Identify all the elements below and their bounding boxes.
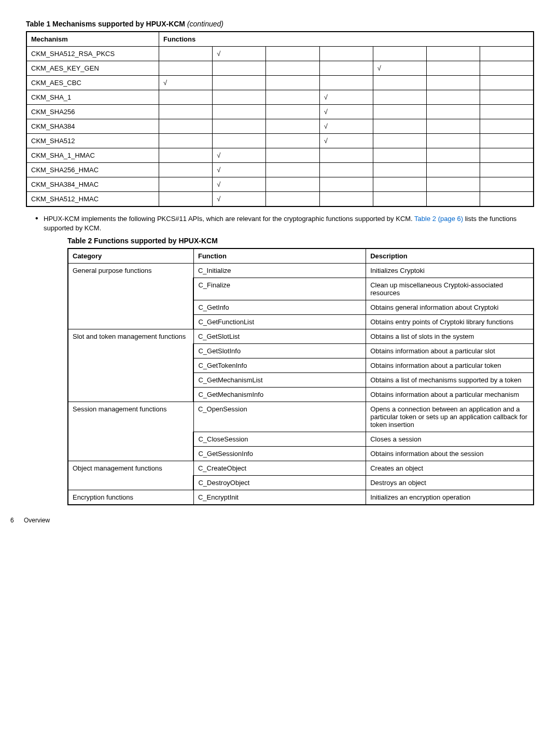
function-cell [159, 192, 213, 207]
function-cell [159, 119, 213, 134]
function-name-cell: C_GetMechanismInfo [193, 388, 366, 402]
function-name-cell: C_CreateObject [193, 461, 366, 476]
table2-link[interactable]: Table 2 (page 6) [414, 215, 463, 223]
function-cell [213, 134, 266, 148]
function-cell [266, 105, 319, 119]
category-cell: Slot and token management functions [68, 329, 193, 402]
table2-header-category: Category [68, 248, 193, 264]
function-cell [159, 47, 213, 61]
function-desc-cell: Closes a session [366, 432, 534, 447]
function-cell [373, 105, 426, 119]
mechanism-cell: CKM_SHA_1_HMAC [26, 148, 159, 163]
function-cell [427, 61, 480, 76]
function-cell: √ [159, 76, 213, 90]
function-cell [213, 61, 266, 76]
function-cell [480, 148, 534, 163]
bullet-text: HPUX-KCM implements the following PKCS#1… [44, 214, 534, 232]
section-name: Overview [24, 517, 50, 524]
function-cell [480, 177, 534, 192]
function-cell: √ [373, 61, 426, 76]
function-cell [480, 163, 534, 177]
table1-caption: Table 1 Mechanisms supported by HPUX-KCM… [26, 20, 534, 28]
function-cell: √ [213, 192, 266, 207]
function-cell [266, 134, 319, 148]
function-cell [159, 105, 213, 119]
table2-caption: Table 2 Functions supported by HPUX-KCM [67, 237, 534, 245]
function-cell [427, 192, 480, 207]
function-name-cell: C_Initialize [193, 264, 366, 278]
category-cell: Session management functions [68, 402, 193, 461]
function-cell [427, 90, 480, 105]
function-cell [213, 105, 266, 119]
function-cell [266, 192, 319, 207]
function-cell [319, 148, 373, 163]
function-name-cell: C_EncryptInit [193, 490, 366, 505]
function-desc-cell: Obtains general information about Crypto… [366, 300, 534, 315]
function-cell [159, 90, 213, 105]
mechanism-cell: CKM_SHA_1 [26, 90, 159, 105]
function-cell [319, 163, 373, 177]
function-desc-cell: Obtains entry points of Cryptoki library… [366, 315, 534, 329]
function-cell [373, 119, 426, 134]
function-name-cell: C_DestroyObject [193, 476, 366, 490]
function-cell [427, 47, 480, 61]
function-cell [159, 148, 213, 163]
function-cell [373, 163, 426, 177]
category-cell: Encryption functions [68, 490, 193, 505]
mechanism-cell: CKM_AES_KEY_GEN [26, 61, 159, 76]
function-cell [480, 76, 534, 90]
function-cell [427, 163, 480, 177]
function-cell [373, 76, 426, 90]
function-name-cell: C_GetSessionInfo [193, 447, 366, 461]
function-desc-cell: Initializes Cryptoki [366, 264, 534, 278]
table-row: CKM_SHA512_RSA_PKCS√ [26, 47, 534, 61]
function-desc-cell: Creates an object [366, 461, 534, 476]
function-cell [319, 61, 373, 76]
function-cell [373, 90, 426, 105]
table-row: Encryption functionsC_EncryptInitInitial… [68, 490, 534, 505]
function-cell [266, 47, 319, 61]
mechanism-cell: CKM_SHA512_RSA_PKCS [26, 47, 159, 61]
table1-header-functions: Functions [159, 32, 534, 47]
function-cell: √ [213, 148, 266, 163]
function-desc-cell: Initializes an encryption operation [366, 490, 534, 505]
bullet-part1: HPUX-KCM implements the following PKCS#1… [44, 215, 414, 223]
function-cell: √ [213, 47, 266, 61]
function-desc-cell: Obtains a list of slots in the system [366, 329, 534, 344]
table-row: CKM_SHA256_HMAC√ [26, 163, 534, 177]
mechanism-cell: CKM_SHA512 [26, 134, 159, 148]
function-cell [266, 90, 319, 105]
function-cell [373, 134, 426, 148]
table-row: Session management functionsC_OpenSessio… [68, 402, 534, 432]
mechanism-cell: CKM_SHA512_HMAC [26, 192, 159, 207]
function-name-cell: C_GetFunctionList [193, 315, 366, 329]
category-cell: Object management functions [68, 461, 193, 490]
mechanism-cell: CKM_SHA256_HMAC [26, 163, 159, 177]
function-desc-cell: Obtains information about a particular t… [366, 358, 534, 373]
function-cell [266, 163, 319, 177]
function-name-cell: C_GetSlotInfo [193, 344, 366, 358]
function-cell [480, 134, 534, 148]
function-cell: √ [319, 105, 373, 119]
function-cell [266, 76, 319, 90]
api-bullet: • HPUX-KCM implements the following PKCS… [35, 214, 534, 232]
table-row: General purpose functionsC_InitializeIni… [68, 264, 534, 278]
table1-header-mechanism: Mechanism [26, 32, 159, 47]
function-cell [427, 177, 480, 192]
function-desc-cell: Opens a connection between an applicatio… [366, 402, 534, 432]
table-row: CKM_SHA_1_HMAC√ [26, 148, 534, 163]
function-cell [427, 134, 480, 148]
function-cell [266, 148, 319, 163]
function-cell [213, 90, 266, 105]
function-cell [159, 134, 213, 148]
table-row: CKM_SHA512_HMAC√ [26, 192, 534, 207]
function-cell: √ [213, 177, 266, 192]
function-desc-cell: Obtains information about a particular s… [366, 344, 534, 358]
mechanism-cell: CKM_SHA384 [26, 119, 159, 134]
function-cell [373, 47, 426, 61]
function-desc-cell: Obtains information about the session [366, 447, 534, 461]
function-cell [480, 105, 534, 119]
function-name-cell: C_CloseSession [193, 432, 366, 447]
page-number: 6 [10, 517, 14, 524]
function-cell [373, 148, 426, 163]
